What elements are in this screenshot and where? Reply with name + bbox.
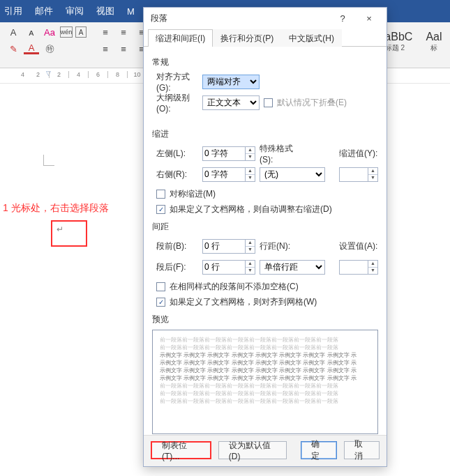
preview-line: 示例文字 示例文字 示例文字 示例文字 示例文字 示例文字 示例文字 示例文字 … xyxy=(160,359,370,367)
ruler-tick: 4 xyxy=(21,71,24,78)
tab-indent-spacing[interactable]: 缩进和间距(I) xyxy=(148,29,213,47)
paragraph-dialog: 段落 ? × 缩进和间距(I) 换行和分页(P) 中文版式(H) 常规 对齐方式… xyxy=(143,7,387,467)
mirror-indents-label: 对称缩进(M) xyxy=(170,188,216,200)
space-after-label: 段后(F): xyxy=(152,261,198,273)
preview-line: 示例文字 示例文字 示例文字 示例文字 示例文字 示例文字 示例文字 示例文字 … xyxy=(160,351,370,359)
ribbon-tab[interactable]: 引用 xyxy=(4,5,22,17)
ribbon-tab[interactable]: 邮件 xyxy=(35,5,53,17)
style-sample: Aal xyxy=(424,31,444,43)
space-before-input[interactable] xyxy=(202,239,246,254)
auto-right-indent-label: 如果定义了文档网格，则自动调整右缩进(D) xyxy=(170,204,332,215)
clear-format-icon[interactable]: Aa xyxy=(42,25,57,39)
dialog-titlebar: 段落 ? × xyxy=(144,8,387,29)
snap-to-grid-label: 如果定义了文档网格，则对齐到网格(W) xyxy=(170,296,317,308)
special-indent-label: 特殊格式(S): xyxy=(260,143,304,164)
spinner-icon[interactable]: ▲▼ xyxy=(246,167,255,182)
ruler-tick: 2 xyxy=(36,71,40,78)
line-spacing-select[interactable]: 单倍行距 xyxy=(260,260,325,275)
bullets-icon[interactable]: ≡ xyxy=(98,25,113,39)
help-button[interactable]: ? xyxy=(329,9,356,27)
preview-line: 示例文字 示例文字 示例文字 示例文字 示例文字 示例文字 示例文字 示例文字 … xyxy=(160,367,370,374)
outline-level-select[interactable]: 正文文本 xyxy=(202,95,260,110)
highlight-icon[interactable]: ✎ xyxy=(6,42,21,56)
space-before-label: 段前(B): xyxy=(152,240,198,252)
spinner-icon[interactable]: ▲▼ xyxy=(246,239,255,254)
align-left-icon[interactable]: ≡ xyxy=(98,42,113,56)
font-color-icon[interactable]: A xyxy=(24,43,39,54)
no-space-same-style-label: 在相同样式的段落间不添加空格(C) xyxy=(170,281,299,293)
tabs-button[interactable]: 制表位(T)... xyxy=(151,441,211,459)
dialog-tabs: 缩进和间距(I) 换行和分页(P) 中文版式(H) xyxy=(144,29,387,47)
ribbon-group-font: A ᴀ Aa wén A ✎ A ㊕ xyxy=(0,22,92,68)
outline-level-label: 大纲级别(O): xyxy=(152,92,198,114)
ribbon-tab[interactable]: M xyxy=(127,6,135,17)
set-default-button[interactable]: 设为默认值(D) xyxy=(218,441,287,459)
spacing-at-input[interactable] xyxy=(339,260,368,275)
page-margin-corner-icon xyxy=(43,155,54,166)
preview-line: 示例文字 示例文字 示例文字 示例文字 示例文字 示例文字 示例文字 示例文字 … xyxy=(160,374,370,382)
auto-right-indent-checkbox[interactable]: ✓ xyxy=(156,205,165,214)
style-tile[interactable]: Aal 标 xyxy=(423,25,444,59)
annotation-1: 1 光标处，右击选择段落 xyxy=(3,202,109,215)
mirror-indents-checkbox[interactable] xyxy=(156,190,165,199)
section-general: 常规 xyxy=(152,56,378,68)
snap-to-grid-checkbox[interactable]: ✓ xyxy=(156,298,165,307)
style-name: 标 xyxy=(424,43,444,53)
spinner-icon[interactable]: ▲▼ xyxy=(246,146,255,161)
preview-line: 前一段落前一段落前一段落前一段落前一段落前一段落前一段落前一段落 xyxy=(160,336,370,344)
indent-left-input[interactable] xyxy=(202,146,246,161)
font-size-up-icon[interactable]: A xyxy=(6,25,21,39)
indent-right-input[interactable] xyxy=(202,167,246,182)
align-center-icon[interactable]: ≡ xyxy=(116,42,131,56)
spinner-icon[interactable]: ▲▼ xyxy=(368,167,378,182)
indent-by-input[interactable] xyxy=(339,167,368,182)
char-border-icon[interactable]: A xyxy=(75,26,87,38)
ok-button[interactable]: 确定 xyxy=(301,441,336,459)
preview-box: 前一段落前一段落前一段落前一段落前一段落前一段落前一段落前一段落 前一段落前一段… xyxy=(152,330,378,434)
section-spacing: 间距 xyxy=(152,221,378,233)
dialog-body: 常规 对齐方式(G): 两端对齐 大纲级别(O): 正文文本 默认情况下折叠(E… xyxy=(144,47,387,435)
cancel-button[interactable]: 取消 xyxy=(344,441,380,459)
section-preview: 预览 xyxy=(152,314,378,325)
spinner-icon[interactable]: ▲▼ xyxy=(246,260,255,275)
section-indent: 缩进 xyxy=(152,128,378,140)
ribbon-tab[interactable]: 视图 xyxy=(96,5,114,17)
preview-line: 前一段落前一段落前一段落前一段落前一段落前一段落前一段落前一段落 xyxy=(160,390,370,397)
indent-right-label: 右侧(R): xyxy=(152,169,198,181)
annotation-caret-box: ↵ xyxy=(51,220,87,247)
space-after-input[interactable] xyxy=(202,260,246,275)
dialog-title: 段落 xyxy=(151,13,329,24)
indent-left-label: 左侧(L): xyxy=(152,148,198,160)
font-size-down-icon[interactable]: ᴀ xyxy=(24,25,39,39)
alignment-label: 对齐方式(G): xyxy=(152,71,198,93)
line-spacing-label: 行距(N): xyxy=(260,240,304,252)
numbering-icon[interactable]: ≡ xyxy=(116,25,131,39)
preview-line: 前一段落前一段落前一段落前一段落前一段落前一段落前一段落前一段落 xyxy=(160,397,370,405)
collapse-label: 默认情况下折叠(E) xyxy=(277,97,347,109)
collapse-checkbox[interactable] xyxy=(264,98,273,107)
dialog-button-row: 制表位(T)... 设为默认值(D) 确定 取消 xyxy=(144,435,387,466)
tab-asian-typography[interactable]: 中文版式(H) xyxy=(281,29,342,47)
no-space-same-style-checkbox[interactable] xyxy=(156,282,165,291)
preview-line: 前一段落前一段落前一段落前一段落前一段落前一段落前一段落前一段落 xyxy=(160,344,370,351)
indent-by-label: 缩进值(Y): xyxy=(339,148,378,160)
close-button[interactable]: × xyxy=(356,9,382,27)
preview-line: 前一段落前一段落前一段落前一段落前一段落前一段落前一段落前一段落 xyxy=(160,382,370,390)
spacing-at-label: 设置值(A): xyxy=(339,240,378,252)
alignment-select[interactable]: 两端对齐 xyxy=(202,75,260,89)
paragraph-mark-icon: ↵ xyxy=(57,224,63,234)
enclose-char-icon[interactable]: ㊕ xyxy=(42,42,57,56)
phonetic-guide-icon[interactable]: wén xyxy=(60,26,73,38)
special-indent-select[interactable]: (无) xyxy=(260,167,325,182)
tab-line-page-breaks[interactable]: 换行和分页(P) xyxy=(213,29,281,47)
ribbon-tab[interactable]: 审阅 xyxy=(66,5,84,17)
spinner-icon[interactable]: ▲▼ xyxy=(368,260,378,275)
